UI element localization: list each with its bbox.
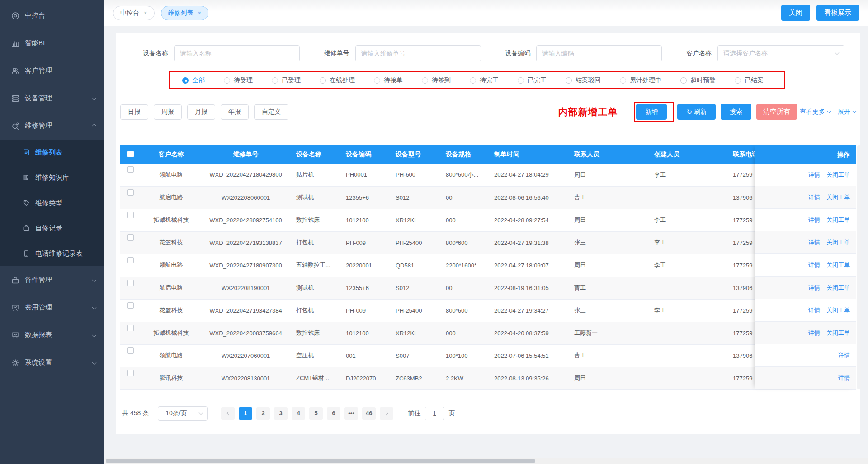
page-number-button[interactable]: 5 [309,407,323,420]
table-row: 领航电路 WX202207060001 空压机 001 S007 100*100… [120,344,856,367]
page-number-button[interactable]: 3 [274,407,288,420]
status-radio[interactable]: 待签到 [422,76,451,84]
page-number-button[interactable]: 1 [239,407,252,420]
report-range-button[interactable]: 年报 [221,104,249,120]
sidebar-item-reports[interactable]: 数据报表 [0,321,104,349]
goto-page-input[interactable] [425,407,444,420]
cell-contact: 工藤新一 [568,322,648,344]
detail-link[interactable]: 详情 [808,261,820,269]
row-checkbox[interactable] [127,212,134,218]
report-range-button[interactable]: 周报 [154,104,182,120]
close-order-link[interactable]: 关闭工单 [826,306,850,314]
status-radio[interactable]: 在线处理 [320,76,355,84]
status-radio[interactable]: 累计处理中 [620,76,661,84]
page-number-button[interactable]: 6 [327,407,340,420]
customer-name-select[interactable]: 请选择客户名称 [717,45,844,61]
detail-link[interactable]: 详情 [808,239,820,247]
status-radio[interactable]: 全部 [182,76,205,84]
row-checkbox[interactable] [127,189,134,196]
status-radio[interactable]: 待完工 [470,76,499,84]
sidebar-item-costs[interactable]: 费用管理 [0,294,104,321]
report-range-button[interactable]: 日报 [120,104,148,120]
close-order-link[interactable]: 关闭工单 [826,261,850,269]
expand-link[interactable]: 展开 [838,108,856,116]
page-number-button[interactable]: 2 [256,407,270,420]
close-icon[interactable]: × [144,9,147,16]
report-range-button[interactable]: 月报 [187,104,215,120]
device-name-input[interactable] [174,45,300,61]
select-all-checkbox[interactable] [127,151,134,157]
tab-repair-list[interactable]: 维修列表 × [161,6,209,20]
search-button[interactable]: 搜索 [721,104,751,120]
sidebar-item-self-repair[interactable]: 自修记录 [0,216,104,241]
close-order-link[interactable]: 关闭工单 [826,193,850,202]
add-button[interactable]: 新增 [636,104,667,120]
status-radio[interactable]: 结案驳回 [566,76,601,84]
status-radio[interactable]: 待接单 [374,76,403,84]
refresh-button[interactable]: ↻ 刷新 [677,104,716,120]
detail-link[interactable]: 详情 [808,329,820,337]
board-display-button[interactable]: 看板展示 [816,5,859,21]
cell-created-time: 2022-08-06 16:56:40 [488,186,568,209]
filter-label: 设备名称 [143,49,168,57]
row-checkbox[interactable] [127,257,134,263]
sidebar-item-repair-list[interactable]: 维修列表 [0,140,104,165]
horizontal-scrollbar[interactable] [105,458,868,464]
close-icon[interactable]: × [198,9,202,16]
next-page-button[interactable] [380,407,393,420]
close-order-link[interactable]: 关闭工单 [826,216,850,224]
prev-page-button[interactable] [221,407,235,420]
status-radio-label: 待签到 [432,76,451,84]
cell-checkbox [120,164,141,186]
row-checkbox[interactable] [127,234,134,241]
clear-all-button[interactable]: 清空所有 [756,104,797,120]
page-number-button[interactable]: 46 [362,407,376,420]
presentation-board-icon [11,304,19,312]
row-checkbox[interactable] [127,302,134,309]
status-radio[interactable]: 待受理 [224,76,253,84]
sidebar-item-repair-knowledge[interactable]: 维修知识库 [0,165,104,190]
tab-console[interactable]: 中控台 × [113,6,155,20]
detail-link[interactable]: 详情 [808,306,820,314]
repair-order-input[interactable] [355,45,481,61]
scrollbar-thumb[interactable] [106,459,535,463]
sidebar-item-console[interactable]: 中控台 [0,2,104,29]
close-order-link[interactable]: 关闭工单 [826,239,850,247]
detail-link[interactable]: 详情 [808,216,820,224]
row-checkbox[interactable] [127,370,134,376]
vertical-scrollbar[interactable] [857,145,861,389]
status-radio[interactable]: 已完工 [518,76,547,84]
row-checkbox[interactable] [127,166,134,173]
dashboard-icon [11,12,19,20]
status-radio[interactable]: 已受理 [272,76,301,84]
sidebar-item-smart-bi[interactable]: 智能BI [0,29,104,57]
page-size-select[interactable]: 10条/页 [158,406,208,421]
view-more-link[interactable]: 查看更多 [800,108,830,116]
row-checkbox[interactable] [127,280,134,286]
page-number-button[interactable]: ••• [344,407,358,420]
detail-link[interactable]: 详情 [808,193,820,202]
close-order-link[interactable]: 关闭工单 [826,329,850,337]
row-checkbox[interactable] [127,347,134,354]
sidebar-item-spare-parts[interactable]: 备件管理 [0,266,104,294]
status-radio[interactable]: 已结案 [735,76,764,84]
sidebar-item-customers[interactable]: 客户管理 [0,57,104,84]
sidebar-item-settings[interactable]: 系统设置 [0,349,104,376]
sidebar-item-phone-repair-records[interactable]: 电话维修记录表 [0,241,104,266]
close-order-link[interactable]: 关闭工单 [826,284,850,292]
sidebar-item-repair-type[interactable]: 维修类型 [0,190,104,216]
detail-link[interactable]: 详情 [808,284,820,292]
detail-link[interactable]: 详情 [838,352,850,360]
close-order-link[interactable]: 关闭工单 [826,171,850,179]
report-range-button[interactable]: 自定义 [254,104,288,120]
row-checkbox[interactable] [127,325,134,331]
close-button[interactable]: 关闭 [781,5,810,21]
detail-link[interactable]: 详情 [808,171,820,179]
sidebar-item-repair[interactable]: 维修管理 [0,112,104,140]
page-number-button[interactable]: 4 [292,407,305,420]
sidebar-item-devices[interactable]: 设备管理 [0,84,104,112]
cell-customer: 领航电路 [141,344,202,367]
detail-link[interactable]: 详情 [838,374,850,382]
device-code-input[interactable] [536,45,662,61]
status-radio[interactable]: 超时预警 [680,76,716,84]
